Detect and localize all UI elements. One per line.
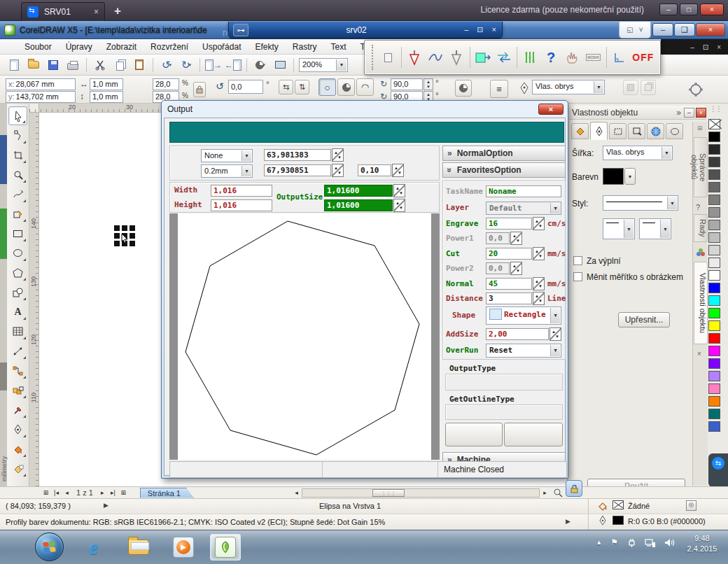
save-button[interactable] — [45, 57, 62, 73]
color-swatch[interactable] — [708, 346, 720, 356]
menu-soubor[interactable]: Soubor — [18, 41, 58, 53]
save-task-button[interactable] — [472, 45, 492, 70]
hscroll-left-icon[interactable]: ◂ — [291, 489, 302, 496]
cut-field[interactable]: 20 — [486, 248, 532, 260]
mdi-restore-icon[interactable]: ⊡ — [703, 43, 708, 51]
output-dialog-close-button[interactable]: × — [538, 104, 564, 115]
moshidraw-button[interactable]: MOSHI — [583, 45, 603, 70]
to-front-button[interactable] — [623, 80, 638, 95]
menu-zobrazit[interactable]: Zobrazit — [100, 41, 143, 53]
docker-expand-icon[interactable]: » — [676, 108, 681, 118]
export-button[interactable]: ← — [225, 57, 241, 73]
end-arrowhead-arrow-icon[interactable]: ▼ — [660, 220, 670, 238]
shape-tool[interactable] — [8, 126, 27, 145]
freehand-tool[interactable] — [8, 185, 27, 204]
dimension-tool[interactable] — [8, 341, 27, 360]
new-session-button[interactable]: + — [111, 4, 125, 18]
addsize-field[interactable]: 2,00 — [486, 328, 549, 340]
normal-field[interactable]: 45 — [486, 278, 532, 290]
layer-combo-arrow-icon[interactable]: ▼ — [550, 203, 560, 213]
prev-page-icon[interactable]: ◂ — [62, 489, 72, 496]
object-width-field[interactable]: 1,0 mm — [90, 78, 123, 90]
color-swatch[interactable] — [708, 245, 720, 255]
width-field[interactable]: 1,016 — [211, 185, 272, 197]
color-swatch[interactable] — [708, 207, 720, 218]
position-y-field[interactable]: 67,930851 — [264, 164, 331, 176]
distance-spinner[interactable]: ▲▼ — [533, 292, 545, 305]
last-page-icon[interactable]: ▸| — [108, 489, 118, 496]
undo-dropdown-icon[interactable]: ▾ — [169, 62, 172, 68]
laser-cut-button[interactable] — [405, 45, 424, 70]
outline-width-combo[interactable]: Vlas. obrys▼ — [603, 146, 673, 160]
polygon-tool[interactable] — [8, 263, 27, 282]
color-swatch[interactable] — [708, 220, 720, 230]
app-restore-button[interactable]: ❑ — [674, 23, 695, 36]
engrave-pen-button[interactable] — [447, 45, 466, 70]
layer-combo[interactable]: Default▼ — [486, 202, 561, 215]
panel-button-left[interactable] — [445, 423, 503, 446]
height-field[interactable]: 1,016 — [211, 199, 272, 211]
color-swatch[interactable] — [708, 169, 720, 180]
menu-rozvržení[interactable]: Rozvržení — [144, 41, 195, 53]
direction-button[interactable] — [455, 80, 472, 97]
color-swatch[interactable] — [708, 258, 720, 268]
tab-rectangle[interactable] — [609, 123, 626, 139]
copy-button[interactable] — [111, 57, 128, 73]
color-swatch[interactable] — [708, 409, 720, 419]
output-dialog-titlebar[interactable]: Output — [162, 101, 568, 118]
color-swatch[interactable] — [708, 358, 720, 369]
add-page-end-icon[interactable]: ⊞ — [118, 489, 129, 496]
tab-transform[interactable] — [628, 123, 645, 139]
tab-internet[interactable] — [647, 123, 664, 139]
behind-fill-checkbox[interactable] — [573, 256, 582, 265]
app-close-button[interactable]: × — [696, 23, 725, 36]
tab-ellipse[interactable] — [666, 123, 683, 139]
first-page-icon[interactable]: |◂ — [51, 489, 62, 496]
outline-pen-tool[interactable] — [8, 420, 27, 439]
color-swatch[interactable] — [708, 295, 720, 306]
outline-color-swatch[interactable] — [603, 168, 624, 185]
app-minimize-button[interactable]: – — [652, 23, 673, 36]
rectangle-tool[interactable] — [8, 224, 27, 243]
print-button[interactable] — [64, 57, 81, 73]
pin-icon[interactable]: ⊶ — [233, 24, 248, 36]
outline-preset-combo[interactable]: Vlas. obrys▼ — [532, 80, 605, 94]
remote-close-button[interactable]: × — [700, 3, 724, 15]
menu-text[interactable]: Text — [325, 41, 353, 53]
start-button[interactable] — [35, 533, 64, 561]
color-swatch-none[interactable] — [708, 119, 720, 129]
profiles-flyout-icon[interactable]: ▶ — [566, 518, 570, 525]
color-swatch[interactable] — [708, 308, 720, 318]
power1-field[interactable]: 0,0 — [486, 232, 510, 244]
ellipse-mode-button[interactable]: ○ — [318, 78, 336, 96]
rotation-field[interactable]: 0,0 — [228, 80, 263, 94]
start-angle-field[interactable]: 90,0 — [391, 78, 423, 90]
engrave-field[interactable]: 16 — [486, 218, 532, 230]
position-x-field[interactable]: 63,981383 — [264, 149, 331, 161]
import-button[interactable]: → — [205, 57, 222, 73]
zoom-dropdown-icon[interactable]: ▼ — [336, 59, 346, 71]
session-tools-tab[interactable]: ◱ ˅ — [619, 22, 651, 38]
menu-rastry[interactable]: Rastry — [286, 41, 323, 53]
cut-button[interactable] — [92, 57, 108, 73]
basic-shapes-tool[interactable] — [8, 283, 27, 302]
coords-flyout-icon[interactable]: ▶ — [104, 502, 108, 509]
docker-minimize-button[interactable]: – — [684, 108, 694, 118]
normal-option-header[interactable]: »NormalOption — [442, 146, 566, 161]
application-launcher-button[interactable]: ▾ — [252, 57, 269, 73]
taskbar-internet-explorer[interactable]: e — [78, 534, 109, 561]
color-swatch[interactable] — [708, 270, 720, 281]
color-swatch[interactable] — [708, 157, 720, 167]
color-swatch[interactable] — [708, 383, 720, 394]
color-swatch[interactable] — [708, 396, 720, 407]
line-style-combo[interactable]: ▼ — [603, 195, 678, 211]
color-swatch[interactable] — [708, 232, 720, 243]
interactive-fill-tool[interactable] — [8, 459, 27, 478]
to-back-button[interactable] — [640, 80, 656, 95]
open-button[interactable] — [25, 57, 42, 73]
docker-lock-button[interactable] — [566, 480, 582, 497]
undo-button[interactable]: ↺▾ — [158, 57, 175, 73]
mdi-close-icon[interactable]: × — [717, 43, 721, 51]
hscroll-right-icon[interactable]: ▸ — [540, 489, 550, 496]
action-center-flag-icon[interactable]: ⚑ — [610, 537, 618, 547]
